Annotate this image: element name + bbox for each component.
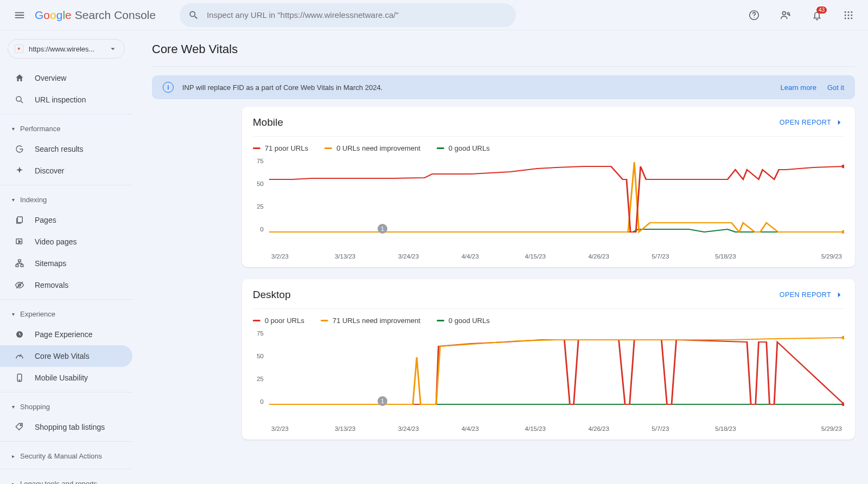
legend-desktop: 0 poor URLs 71 URLs need improvement 0 g… [253,309,844,330]
chart-event-marker[interactable]: 1 [378,396,387,406]
x-axis: 3/2/233/13/233/24/234/4/234/15/234/26/23… [269,425,844,432]
chevron-down-icon [108,44,118,54]
mobile-card: Mobile OPEN REPORT 71 poor URLs 0 URLs n… [242,107,855,267]
badge-icon [14,329,25,340]
legend-mobile: 71 poor URLs 0 URLs need improvement 0 g… [253,137,844,158]
svg-point-2 [782,11,786,15]
svg-point-13 [16,96,21,101]
svg-point-12 [851,17,852,19]
banner-learn-more[interactable]: Learn more [780,83,816,92]
chevron-down-icon: ▾ [12,311,15,317]
svg-point-11 [848,17,850,19]
favicon-icon: ✶ [15,44,23,53]
property-label: https://www.wireles... [29,45,108,53]
property-selector[interactable]: ✶ https://www.wireles... [8,39,125,59]
sidebar-item-shopping-tab[interactable]: Shopping tab listings [0,416,132,438]
product-logo[interactable]: Google Search Console [35,9,156,22]
svg-point-5 [848,11,850,12]
sidebar-section-indexing[interactable]: ▾Indexing [7,190,132,209]
tag-icon [14,422,25,433]
sidebar-item-video-pages[interactable]: Video pages [0,231,132,253]
svg-rect-18 [21,264,23,267]
svg-point-6 [851,11,852,12]
sparkle-icon [14,165,25,176]
sidebar-item-sitemaps[interactable]: Sitemaps [0,253,132,274]
google-g-icon [14,144,25,154]
chevron-down-icon: ▾ [12,197,15,203]
chart-event-marker[interactable]: 1 [378,224,387,234]
people-icon [780,9,792,21]
info-icon: i [163,82,174,93]
sidebar-item-page-experience[interactable]: Page Experience [0,324,132,345]
search-input[interactable] [207,10,507,20]
eye-off-icon [14,280,25,291]
svg-point-7 [845,14,846,16]
sidebar: ✶ https://www.wireles... Overview URL in… [0,30,139,484]
sitemap-icon [14,258,25,269]
hamburger-menu[interactable] [9,4,30,26]
legend-need: 71 URLs need improvement [321,317,420,325]
desktop-card: Desktop OPEN REPORT 0 poor URLs 71 URLs … [242,279,855,440]
search-icon [188,10,199,21]
notification-badge: 43 [816,7,827,14]
accounts-button[interactable] [775,4,796,26]
legend-good: 0 good URLs [437,317,490,325]
sidebar-section-shopping[interactable]: ▾Shopping [7,397,132,416]
page-title: Core Web Vitals [152,30,855,67]
search-icon [14,94,25,105]
google-wordmark: Google [35,9,72,22]
sidebar-item-pages[interactable]: Pages [0,209,132,231]
open-report-desktop[interactable]: OPEN REPORT [780,290,844,300]
sidebar-item-discover[interactable]: Discover [0,160,132,182]
banner-got-it[interactable]: Got it [827,83,844,92]
x-axis: 3/2/233/13/233/24/234/4/234/15/234/26/23… [269,253,844,260]
y-axis: 7550250 [255,330,269,405]
card-title-desktop: Desktop [253,289,291,301]
chart-desktop: 7550250 1 [253,330,844,432]
video-icon [14,236,25,247]
svg-rect-14 [17,217,22,223]
legend-poor: 71 poor URLs [253,144,308,152]
info-banner: i INP will replace FID as a part of Core… [152,75,855,99]
svg-point-3 [787,12,789,14]
notifications-button[interactable]: 43 [806,4,828,26]
pages-icon [14,215,25,225]
sidebar-item-removals[interactable]: Removals [0,274,132,296]
svg-point-1 [754,17,754,17]
sidebar-item-url-inspection[interactable]: URL inspection [0,89,132,111]
chevron-right-icon [834,290,844,300]
speed-icon [14,351,25,362]
sidebar-item-core-web-vitals[interactable]: Core Web Vitals [0,345,132,367]
card-title-mobile: Mobile [253,117,283,128]
chevron-right-icon [834,118,844,127]
sidebar-item-overview[interactable]: Overview [0,67,132,89]
home-icon [14,73,25,83]
sidebar-section-performance[interactable]: ▾Performance [7,119,132,138]
url-search-bar[interactable] [180,3,516,27]
menu-icon [14,9,25,21]
svg-point-8 [848,14,850,16]
banner-text: INP will replace FID as a part of Core W… [182,83,382,92]
sidebar-item-search-results[interactable]: Search results [0,138,132,160]
sidebar-section-security[interactable]: ▸Security & Manual Actions [7,446,132,466]
chevron-down-icon: ▾ [12,404,15,410]
open-report-mobile[interactable]: OPEN REPORT [780,118,844,127]
sidebar-section-legacy[interactable]: ▸Legacy tools and reports [7,474,132,484]
phone-icon [14,372,25,383]
svg-point-23 [20,424,21,425]
svg-point-10 [845,17,846,19]
svg-point-27 [841,336,844,340]
sidebar-item-mobile-usability[interactable]: Mobile Usability [0,367,132,389]
legend-good: 0 good URLs [437,144,490,152]
svg-point-4 [845,11,846,12]
sidebar-section-experience[interactable]: ▾Experience [7,304,132,324]
chevron-right-icon: ▸ [12,481,15,485]
apps-button[interactable] [838,4,859,26]
product-name: Search Console [75,9,156,22]
help-button[interactable] [743,4,765,26]
svg-point-9 [851,14,852,16]
y-axis: 7550250 [255,158,269,233]
svg-point-25 [841,165,844,169]
legend-need: 0 URLs need improvement [324,144,420,152]
help-icon [748,9,760,21]
